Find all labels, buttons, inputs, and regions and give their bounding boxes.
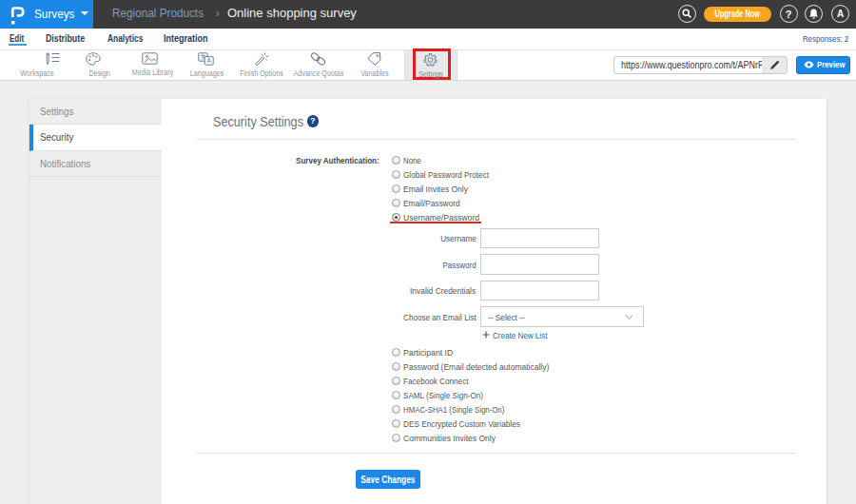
svg-text:A: A [206,57,211,64]
